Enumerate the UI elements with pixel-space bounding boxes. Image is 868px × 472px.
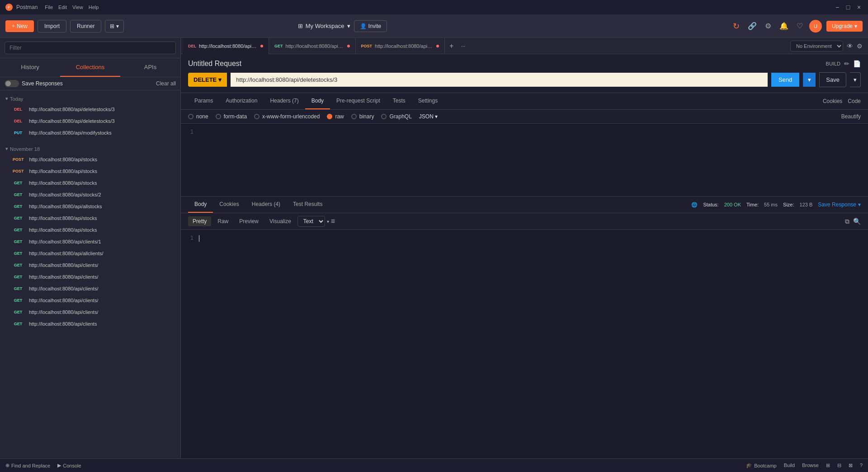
list-item[interactable]: GET http://localhost:8080/api/allstocks xyxy=(0,201,180,212)
send-button[interactable]: Send xyxy=(771,73,799,87)
radio-formdata[interactable]: form-data xyxy=(216,113,247,120)
url-input[interactable] xyxy=(231,73,768,87)
search-input[interactable] xyxy=(5,42,176,54)
copy-response-button[interactable]: ⧉ xyxy=(845,218,849,225)
layout2-icon[interactable]: ⊟ xyxy=(837,463,841,468)
heart-button[interactable]: ♡ xyxy=(795,20,805,32)
list-item[interactable]: DEL http://localhost:8080/api/deletestoc… xyxy=(0,103,180,115)
resp-view-pretty[interactable]: Pretty xyxy=(188,216,211,226)
doc-icon-button[interactable]: 📄 xyxy=(853,60,861,67)
req-tab-params[interactable]: Params xyxy=(188,93,219,109)
tab-collections[interactable]: Collections xyxy=(60,58,120,77)
upgrade-button[interactable]: Upgrade ▾ xyxy=(826,21,863,32)
list-item[interactable]: GET http://localhost:8080/api/stocks xyxy=(0,177,180,189)
list-item[interactable]: GET http://localhost:8080/api/clients xyxy=(0,318,180,330)
cookies-link[interactable]: Cookies xyxy=(823,98,842,104)
layout1-icon[interactable]: ⊞ xyxy=(826,463,830,468)
method-selector[interactable]: DELETE ▾ xyxy=(188,73,227,87)
environment-eye-button[interactable]: 👁 xyxy=(847,42,853,50)
text-format-selector[interactable]: Text xyxy=(297,216,325,227)
invite-button[interactable]: 👤 Invite xyxy=(354,20,387,32)
save-response-button[interactable]: Save Response ▾ xyxy=(818,201,861,208)
tab-apis[interactable]: APIs xyxy=(120,58,180,77)
list-item[interactable]: GET http://localhost:8080/api/clients/ xyxy=(0,306,180,318)
menu-view[interactable]: View xyxy=(72,5,83,10)
save-dropdown-button[interactable]: ▾ xyxy=(850,72,861,87)
radio-none[interactable]: none xyxy=(188,113,208,120)
list-item[interactable]: POST http://localhost:8080/api/stocks xyxy=(0,165,180,177)
json-type-button[interactable]: JSON ▾ xyxy=(419,113,438,120)
list-item[interactable]: GET http://localhost:8080/api/stocks/2 xyxy=(0,189,180,201)
list-item[interactable]: GET http://localhost:8080/api/clients/ xyxy=(0,271,180,283)
build-button[interactable]: BUILD xyxy=(826,60,840,67)
list-item[interactable]: GET http://localhost:8080/api/clients/ xyxy=(0,259,180,271)
req-tab-settings[interactable]: Settings xyxy=(412,93,444,109)
sync-button[interactable]: ↻ xyxy=(731,19,741,33)
beautify-button[interactable]: Beautify xyxy=(841,113,861,120)
resp-tab-body[interactable]: Body xyxy=(188,196,213,213)
menu-help[interactable]: Help xyxy=(89,5,99,10)
maximize-button[interactable]: □ xyxy=(844,4,852,11)
edit-icon-button[interactable]: ✏ xyxy=(844,60,849,67)
settings-icon-button[interactable]: ⚙ xyxy=(857,42,863,50)
list-item[interactable]: PUT http://localhost:8080/api/modifystoc… xyxy=(0,127,180,139)
resp-view-visualize[interactable]: Visualize xyxy=(265,216,296,226)
send-dropdown-button[interactable]: ▾ xyxy=(803,73,816,87)
add-tab-button[interactable]: + xyxy=(447,42,456,50)
build-link[interactable]: Build xyxy=(784,463,795,468)
req-tab-headers[interactable]: Headers (7) xyxy=(264,93,305,109)
environment-selector[interactable]: No Environment xyxy=(790,41,843,51)
bootcamp-item[interactable]: 🎓 Bootcamp xyxy=(746,463,777,468)
radio-raw[interactable]: raw xyxy=(327,113,344,120)
search-response-button[interactable]: 🔍 xyxy=(853,218,861,225)
editor-content[interactable] xyxy=(199,127,868,192)
new-button[interactable]: + New xyxy=(5,20,34,32)
layout3-icon[interactable]: ⊠ xyxy=(849,463,853,468)
link-button[interactable]: 🔗 xyxy=(746,20,759,32)
resp-view-preview[interactable]: Preview xyxy=(235,216,263,226)
radio-graphql[interactable]: GraphQL xyxy=(381,113,411,120)
code-link[interactable]: Code xyxy=(848,98,861,104)
wrap-button[interactable]: ≡ xyxy=(331,217,335,225)
req-tab-authorization[interactable]: Authorization xyxy=(219,93,264,109)
list-item[interactable]: GET http://localhost:8080/api/clients/1 xyxy=(0,236,180,248)
resp-tab-test-results[interactable]: Test Results xyxy=(287,196,329,213)
list-item[interactable]: GET http://localhost:8080/api/allclients… xyxy=(0,248,180,259)
list-item[interactable]: GET http://localhost:8080/api/clients/ xyxy=(0,283,180,294)
more-tabs-button[interactable]: ··· xyxy=(458,43,468,49)
close-button[interactable]: × xyxy=(855,4,863,11)
save-button[interactable]: Save xyxy=(819,72,846,87)
menu-edit[interactable]: Edit xyxy=(58,5,67,10)
tab-del-allstocks[interactable]: DEL http://localhost:8080/api/allsto... xyxy=(183,38,269,54)
list-item[interactable]: POST http://localhost:8080/api/stocks xyxy=(0,154,180,165)
req-tab-tests[interactable]: Tests xyxy=(387,93,412,109)
menu-file[interactable]: File xyxy=(45,5,53,10)
notifications-button[interactable]: 🔔 xyxy=(778,20,790,32)
find-replace-item[interactable]: ⊕ Find and Replace xyxy=(5,463,50,468)
tab-history[interactable]: History xyxy=(0,58,60,77)
toggle-switch[interactable] xyxy=(5,80,19,87)
clear-all-button[interactable]: Clear all xyxy=(156,80,176,87)
list-item[interactable]: GET http://localhost:8080/api/stocks xyxy=(0,212,180,224)
req-tab-body[interactable]: Body xyxy=(305,93,330,109)
radio-binary[interactable]: binary xyxy=(351,113,374,120)
help-icon[interactable]: ? xyxy=(860,463,863,468)
tab-post-clien[interactable]: POST http://localhost:8080/api/clien... xyxy=(356,38,445,54)
console-item[interactable]: ▶ Console xyxy=(57,463,81,468)
runner-button[interactable]: Runner xyxy=(70,20,101,33)
resp-tab-cookies[interactable]: Cookies xyxy=(213,196,245,213)
settings-button[interactable]: ⚙ xyxy=(763,20,773,32)
radio-urlencoded[interactable]: x-www-form-urlencoded xyxy=(254,113,320,120)
resp-tab-headers[interactable]: Headers (4) xyxy=(245,196,287,213)
browse-link[interactable]: Browse xyxy=(802,463,819,468)
tab-get-clients[interactable]: GET http://localhost:8080/api/clients xyxy=(269,38,356,54)
view-button[interactable]: ⊞ ▾ xyxy=(105,20,124,33)
import-button[interactable]: Import xyxy=(38,20,66,33)
list-item[interactable]: DEL http://localhost:8080/api/deletestoc… xyxy=(0,115,180,127)
minimize-button[interactable]: − xyxy=(834,4,841,11)
avatar[interactable]: U xyxy=(809,20,822,33)
list-item[interactable]: GET http://localhost:8080/api/stocks xyxy=(0,224,180,236)
workspace-selector[interactable]: ⊞ My Workspace ▾ xyxy=(298,23,350,29)
req-tab-prescript[interactable]: Pre-request Script xyxy=(330,93,387,109)
resp-view-raw[interactable]: Raw xyxy=(213,216,233,226)
